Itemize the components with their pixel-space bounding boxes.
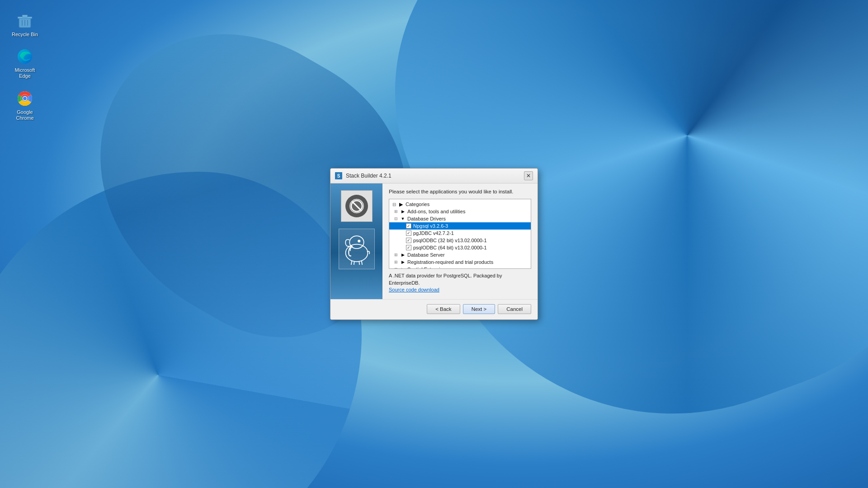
db-drivers-arrow: ▼: [400, 216, 406, 222]
db-drivers-expand[interactable]: ⊟: [393, 216, 399, 222]
psqlodbc32-label: psqlODBC (32 bit) v13.02.0000-1: [413, 238, 487, 243]
tree-categories-root[interactable]: ▶ Categories: [389, 201, 531, 208]
tree-psqlodbc32[interactable]: psqlODBC (32 bit) v13.02.0000-1: [389, 237, 531, 244]
addons-arrow: ▶: [400, 208, 406, 215]
source-code-link[interactable]: Source code download: [389, 287, 439, 292]
psqlodbc32-checkbox[interactable]: [406, 238, 411, 243]
instruction-text: Please select the applications you would…: [389, 189, 531, 194]
spatial-arrow: ▶: [400, 266, 406, 269]
tree-addons[interactable]: ⊞ ▶ Add-ons, tools and utilities: [389, 208, 531, 215]
svg-point-22: [359, 241, 360, 242]
dialog-title-icon: S: [335, 172, 342, 179]
svg-text:S: S: [337, 174, 340, 178]
pgjdbc-expand-empty: [399, 230, 406, 236]
registration-expand[interactable]: ⊞: [393, 259, 399, 265]
dialog-main-panel: Please select the applications you would…: [382, 183, 538, 299]
dialog-sidebar: [330, 183, 382, 299]
tree-spatial[interactable]: ⊞ ▶ Spatial Extensions: [389, 266, 531, 269]
tree-registration[interactable]: ⊞ ▶ Registration-required and trial prod…: [389, 258, 531, 266]
sidebar-elephant-box: [339, 229, 375, 269]
tree-psqlodbc64[interactable]: psqlODBC (64 bit) v13.02.0000-1: [389, 244, 531, 251]
tree-npgsql[interactable]: Npgsql v3.2.6-3: [389, 222, 531, 230]
dialog-content: Please select the applications you would…: [330, 183, 538, 299]
db-drivers-label: Database Drivers: [407, 216, 446, 221]
pgjdbc-label: pgJDBC v42.7.2-1: [413, 230, 454, 236]
dialog-overlay: S Stack Builder 4.2.1 ✕: [0, 0, 868, 488]
pgjdbc-checkbox[interactable]: [406, 230, 411, 236]
no-entry-logo: [345, 195, 368, 217]
db-server-arrow: ▶: [400, 252, 406, 258]
categories-expand[interactable]: [391, 201, 397, 207]
back-button[interactable]: < Back: [427, 304, 460, 314]
registration-label: Registration-required and trial products: [407, 259, 493, 265]
psqlodbc64-checkbox[interactable]: [406, 245, 411, 250]
tree-db-server[interactable]: ⊞ ▶ Database Server: [389, 251, 531, 258]
npgsql-checkbox[interactable]: [406, 223, 411, 229]
stack-builder-dialog: S Stack Builder 4.2.1 ✕: [330, 168, 538, 319]
cancel-button[interactable]: Cancel: [498, 304, 531, 314]
spatial-expand[interactable]: ⊞: [393, 266, 399, 269]
close-button[interactable]: ✕: [524, 171, 533, 180]
categories-folder-icon: ▶: [398, 201, 404, 207]
next-button[interactable]: Next >: [463, 304, 495, 314]
psqlodbc64-expand-empty: [399, 244, 406, 251]
npgsql-label: Npgsql v3.2.6-3: [413, 223, 448, 229]
dialog-titlebar: S Stack Builder 4.2.1 ✕: [330, 169, 538, 183]
npgsql-expand-empty: [399, 223, 406, 229]
sidebar-no-entry-box: [341, 190, 373, 222]
description-text: A .NET data provider for PostgreSQL. Pac…: [389, 273, 502, 285]
registration-arrow: ▶: [400, 259, 406, 265]
tree-pgjdbc[interactable]: pgJDBC v42.7.2-1: [389, 230, 531, 237]
db-server-expand[interactable]: ⊞: [393, 252, 399, 258]
dialog-title-label: Stack Builder 4.2.1: [346, 173, 520, 179]
description-area: A .NET data provider for PostgreSQL. Pac…: [389, 272, 531, 293]
tree-db-drivers[interactable]: ⊟ ▼ Database Drivers: [389, 215, 531, 222]
addons-label: Add-ons, tools and utilities: [407, 209, 465, 214]
addons-expand[interactable]: ⊞: [393, 208, 399, 215]
application-tree[interactable]: ▶ Categories ⊞ ▶ Add-ons, tools and util…: [389, 199, 531, 269]
db-server-label: Database Server: [407, 252, 445, 258]
psqlodbc32-expand-empty: [399, 237, 406, 244]
spatial-label: Spatial Extensions: [407, 267, 448, 269]
psqlodbc64-label: psqlODBC (64 bit) v13.02.0000-1: [413, 245, 487, 250]
dialog-buttons: < Back Next > Cancel: [330, 299, 538, 319]
categories-label: Categories: [406, 202, 429, 207]
